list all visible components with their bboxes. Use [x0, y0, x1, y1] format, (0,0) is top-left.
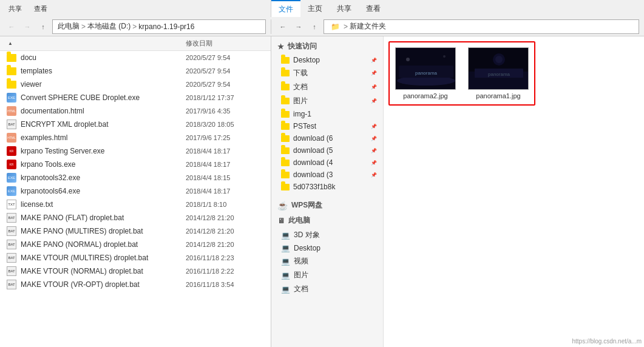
file-date: 2018/1/1 8:10	[186, 201, 265, 208]
pc-item[interactable]: 💻3D 对象	[271, 228, 383, 242]
qa-item[interactable]: download (3📌	[271, 169, 383, 181]
this-pc-section: 🖥 此电脑	[271, 213, 383, 228]
left-address-box[interactable]: 此电脑 > 本地磁盘 (D:) > krpano-1.19-pr16	[52, 19, 266, 34]
file-name: ENCRYPT XML droplet.bat	[21, 120, 186, 129]
forward-btn[interactable]: →	[21, 20, 34, 33]
list-item[interactable]: KRkrpano Testing Server.exe2018/4/4 18:1…	[0, 144, 271, 158]
file-icon: HTML	[6, 106, 17, 116]
list-item[interactable]: HTMLdocumentation.html2017/9/16 4:35	[0, 104, 271, 118]
folder-icon	[281, 172, 290, 178]
list-item[interactable]: docu2020/5/27 9:54	[0, 51, 271, 64]
list-item[interactable]: BATMAKE PANO (FLAT) droplet.bat2014/12/8…	[0, 211, 271, 224]
bat-icon: BAT	[7, 253, 16, 263]
qa-item[interactable]: 图片📌	[271, 94, 383, 108]
qa-item[interactable]: 5d0733f1b8k	[271, 181, 383, 193]
qa-item[interactable]: download (4📌	[271, 157, 383, 169]
highlight-box: panorama panorama2.jpg	[388, 41, 535, 106]
list-item[interactable]: BATMAKE VTOUR (MULTIRES) droplet.bat2016…	[0, 251, 271, 264]
pin-icon: 📌	[371, 148, 377, 153]
pc-item-label: Desktop	[294, 244, 320, 252]
qa-item[interactable]: img-1	[271, 108, 383, 120]
right-up-btn[interactable]: ↑	[308, 20, 321, 33]
qa-item[interactable]: PSTest📌	[271, 120, 383, 132]
qa-item-label: PSTest	[293, 122, 367, 130]
qa-item-label: download (3	[293, 170, 367, 179]
folder-icon	[281, 184, 290, 190]
right-breadcrumb-folder: 新建文件夹	[350, 21, 386, 32]
tab-home[interactable]: 主页	[300, 0, 330, 17]
file-date: 2020/5/27 9:54	[186, 54, 265, 61]
list-item[interactable]: BATMAKE VTOUR (VR-OPT) droplet.bat2016/1…	[0, 278, 271, 291]
qa-item-label: 图片	[293, 96, 367, 106]
file-name: MAKE VTOUR (MULTIRES) droplet.bat	[21, 254, 186, 262]
list-item[interactable]: EXEkrpanotools32.exe2018/4/4 18:15	[0, 171, 271, 184]
pc-item-label: 3D 对象	[294, 230, 320, 240]
qa-item[interactable]: 文档📌	[271, 80, 383, 94]
file-name: MAKE PANO (FLAT) droplet.bat	[21, 214, 186, 222]
txt-icon: TXT	[7, 200, 16, 209]
qa-item[interactable]: 下载📌	[271, 66, 383, 80]
file-icon	[6, 66, 17, 76]
list-item[interactable]: templates2020/5/27 9:54	[0, 64, 271, 78]
list-item[interactable]: BATENCRYPT XML droplet.bat2018/3/20 18:0…	[0, 118, 271, 131]
thumb-panorama2[interactable]: panorama panorama2.jpg	[392, 45, 459, 102]
breadcrumb-disk: 本地磁盘 (D:)	[87, 21, 130, 32]
main-content-area[interactable]: panorama panorama2.jpg	[384, 36, 644, 347]
right-back-btn[interactable]: ←	[276, 20, 290, 33]
list-item[interactable]: EXEConvert SPHERE CUBE Droplet.exe2018/1…	[0, 91, 271, 104]
krpano-icon: KR	[7, 146, 16, 156]
pc-item[interactable]: 💻视频	[271, 254, 383, 268]
file-date: 2020/5/27 9:54	[186, 67, 265, 75]
qa-item[interactable]: download (6📌	[271, 132, 383, 144]
list-item[interactable]: HTMLexamples.html2017/9/6 17:25	[0, 131, 271, 144]
tab-view[interactable]: 查看	[359, 0, 388, 17]
back-btn[interactable]: ←	[5, 20, 18, 33]
pc-item[interactable]: 💻文档	[271, 282, 383, 296]
html-icon: HTML	[7, 106, 16, 116]
qa-item[interactable]: Desktop📌	[271, 54, 383, 66]
left-view-btn[interactable]: 查看	[30, 3, 51, 15]
file-icon: BAT	[6, 279, 17, 290]
file-name: krpano Tools.exe	[21, 160, 186, 169]
file-date: 2017/9/16 4:35	[186, 107, 265, 115]
file-name: viewer	[21, 80, 186, 89]
wps-section: ☕ WPS网盘	[271, 198, 383, 213]
thumb-label-panorama1: panorama1.jpg	[476, 92, 520, 99]
qa-item[interactable]: download (5📌	[271, 144, 383, 157]
left-share-btn[interactable]: 共享	[5, 3, 25, 15]
pc-item[interactable]: 💻Desktop	[271, 242, 383, 254]
file-icon: HTML	[6, 132, 17, 143]
list-item[interactable]: BATMAKE PANO (MULTIRES) droplet.bat2014/…	[0, 224, 271, 238]
tab-share[interactable]: 共享	[330, 0, 359, 17]
tab-file[interactable]: 文件	[271, 0, 300, 17]
pin-icon: 📌	[371, 160, 377, 166]
list-item[interactable]: viewer2020/5/27 9:54	[0, 78, 271, 91]
list-item[interactable]: TXTlicense.txt2018/1/1 8:10	[0, 198, 271, 211]
file-name: templates	[21, 67, 186, 75]
pc-item-label: 文档	[294, 284, 308, 294]
file-date: 2014/12/8 21:20	[186, 227, 265, 235]
folder-icon	[281, 111, 290, 118]
bat-icon: BAT	[7, 213, 16, 223]
col-date[interactable]: 修改日期	[186, 39, 265, 48]
list-item[interactable]: EXEkrpanotools64.exe2018/4/4 18:17	[0, 184, 271, 198]
bat-icon: BAT	[7, 226, 16, 236]
folder-icon	[281, 98, 290, 104]
right-forward-btn[interactable]: →	[292, 20, 305, 33]
file-name: krpanotools32.exe	[21, 174, 186, 182]
pin-icon: 📌	[371, 124, 377, 129]
list-item[interactable]: KRkrpano Tools.exe2018/4/4 18:17	[0, 158, 271, 171]
thumb-panorama1[interactable]: panorama panorama1.jpg	[465, 45, 532, 102]
pc-item[interactable]: 💻图片	[271, 268, 383, 282]
list-item[interactable]: BATMAKE PANO (NORMAL) droplet.bat2014/12…	[0, 238, 271, 251]
up-btn[interactable]: ↑	[36, 20, 50, 33]
col-name[interactable]: ▲	[6, 39, 186, 48]
qa-item-label: 5d0733f1b8k	[293, 183, 377, 191]
list-item[interactable]: BATMAKE VTOUR (NORMAL) droplet.bat2016/1…	[0, 264, 271, 278]
file-icon: BAT	[6, 252, 17, 263]
folder-icon	[281, 160, 290, 166]
exe-icon: EXE	[7, 186, 16, 196]
exe-icon: EXE	[7, 173, 16, 183]
right-address-box[interactable]: 📁 > 新建文件夹	[324, 19, 639, 34]
qa-item-label: download (5	[293, 146, 367, 155]
